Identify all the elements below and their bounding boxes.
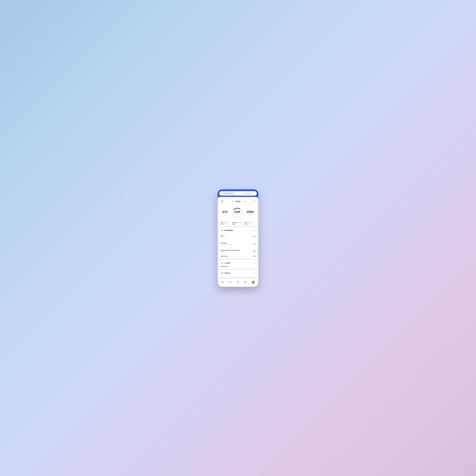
- breakfast-more-button[interactable]: •••: [253, 229, 255, 231]
- fat-label: fat (30/100g): [245, 222, 255, 223]
- food-item-avocado[interactable]: Avocado 1/2 medium avocado 130: [221, 241, 255, 247]
- meal-plans-icon: [242, 192, 244, 194]
- date-navigation: Today ⌄: [231, 200, 247, 203]
- log-food-label: Log Food: [227, 192, 233, 194]
- carb-label: carb (22/80g): [221, 222, 231, 223]
- date-label[interactable]: Today ⌄: [235, 200, 242, 203]
- date-dropdown-icon: ⌄: [241, 201, 242, 202]
- divider-2: [221, 240, 255, 240]
- tab-log-food[interactable]: Log Food: [219, 191, 238, 196]
- svg-rect-16: [231, 282, 231, 282]
- date-text-value: Today: [235, 200, 241, 203]
- dinner-more-button[interactable]: •••: [253, 272, 255, 274]
- avatar-icon: [252, 281, 255, 284]
- svg-rect-15: [230, 282, 231, 282]
- calorie-ring: 1528 left: [231, 207, 243, 219]
- tortilla-info: Whole Wheat Tortilla Wraps 1 tortilla: [221, 249, 240, 253]
- breakfast-total: 472: [253, 255, 255, 257]
- avocado-portion: 1/2 medium avocado: [221, 244, 232, 246]
- nav-nutrition[interactable]: [235, 280, 241, 284]
- tortilla-name: Whole Wheat Tortilla Wraps: [221, 249, 240, 251]
- fat-macro: fat (30/100g): [245, 222, 255, 224]
- divider-3: [221, 247, 255, 248]
- search-icon: [221, 229, 223, 231]
- lunch-add-food-button[interactable]: Add Food: [221, 265, 228, 267]
- breakfast-add-food-row: Add Food 472: [221, 254, 255, 257]
- main-content: Today ⌄ ••• 472: [218, 197, 258, 287]
- calorie-section: 472 eaten 1528 left: [221, 206, 255, 220]
- svg-rect-17: [231, 282, 231, 282]
- avocado-calories: 130: [253, 243, 255, 245]
- lunch-card: 🍛 Lunch ••• Add Food: [219, 260, 257, 269]
- phone-inner: Log Food Meal Plans: [218, 189, 258, 287]
- svg-point-0: [224, 193, 226, 194]
- meal-plans-label: Meal Plans: [245, 192, 252, 194]
- food-item-tortilla[interactable]: Whole Wheat Tortilla Wraps 1 tortilla 12…: [221, 248, 255, 254]
- lunch-header: 🍛 Lunch •••: [221, 261, 255, 265]
- chevron-left-icon: [232, 201, 233, 203]
- prev-date-button[interactable]: [231, 200, 234, 203]
- protein-bar-bg: [232, 224, 243, 224]
- protein-values: (25/140g): [237, 222, 243, 223]
- barbell-icon: [229, 281, 232, 283]
- tortilla-calories: 120: [253, 250, 255, 252]
- carb-macro: carb (22/80g): [221, 222, 231, 224]
- left-calories: 1528: [234, 210, 240, 213]
- dinner-title-row: 🍜 Dinner: [221, 272, 230, 275]
- breakfast-title: Breakfast: [225, 229, 233, 231]
- goal-label: goal: [247, 214, 254, 215]
- egg-calories: 222: [253, 236, 255, 237]
- protein-bar-fill: [232, 224, 234, 224]
- bottom-nav: [219, 279, 257, 287]
- protein-label: protein (25/140g): [232, 222, 243, 223]
- goal-stat: 2000 goal: [247, 210, 254, 215]
- breakfast-header: Breakfast •••: [221, 229, 255, 232]
- dinner-title: Dinner: [225, 272, 230, 274]
- macro-section: carb (22/80g) protein (25/140g): [221, 220, 255, 224]
- breakfast-add-food-button[interactable]: Add Food: [221, 255, 228, 257]
- tab-meal-plans[interactable]: Meal Plans: [238, 191, 257, 196]
- nav-profile[interactable]: [250, 280, 256, 284]
- egg-portion: 1 large x 3: [221, 237, 226, 238]
- phone-container: Log Food Meal Plans: [218, 189, 258, 287]
- eaten-label: eaten: [222, 214, 228, 215]
- food-item-egg[interactable]: Egg 1 large x 3 222: [221, 234, 255, 239]
- avocado-info: Avocado 1/2 medium avocado: [221, 242, 232, 246]
- nav-workout[interactable]: [227, 280, 233, 284]
- carb-bar-bg: [221, 224, 231, 224]
- svg-point-21: [253, 281, 254, 282]
- svg-line-12: [222, 231, 223, 231]
- svg-point-19: [245, 282, 246, 282]
- chevron-right-icon: [244, 201, 246, 203]
- notebook-button[interactable]: [221, 200, 224, 203]
- tab-bar-inner: Log Food Meal Plans: [219, 191, 257, 196]
- svg-rect-2: [221, 200, 223, 202]
- lunch-title-row: 🍛 Lunch: [221, 261, 230, 265]
- dinner-icon: 🍜: [221, 272, 224, 275]
- breakfast-title-row: Breakfast: [221, 229, 233, 232]
- dinner-card: 🍜 Dinner •••: [219, 270, 257, 277]
- avocado-icon: [244, 281, 247, 283]
- lunch-add-food-row: Add Food: [221, 265, 255, 267]
- next-date-button[interactable]: [243, 200, 247, 203]
- more-options-button[interactable]: •••: [253, 200, 255, 203]
- egg-name: Egg: [221, 235, 226, 237]
- protein-macro: protein (25/140g): [232, 222, 243, 224]
- nutrition-header: Today ⌄ •••: [221, 200, 255, 204]
- breakfast-icon: [221, 229, 224, 232]
- avocado-name: Avocado: [221, 242, 232, 244]
- tortilla-portion: 1 tortilla: [221, 251, 240, 253]
- nav-avocado[interactable]: [242, 280, 248, 284]
- carb-bar-fill: [221, 224, 223, 224]
- lunch-more-button[interactable]: •••: [253, 262, 255, 264]
- fat-values: (30/100g): [247, 222, 252, 223]
- lunch-icon: 🍛: [221, 261, 224, 265]
- fat-bar-bg: [245, 224, 255, 224]
- egg-info: Egg 1 large x 3: [221, 235, 226, 238]
- leaf-icon: [236, 281, 239, 283]
- nav-home[interactable]: [220, 280, 226, 284]
- svg-rect-13: [229, 282, 229, 282]
- goal-number: 2000: [247, 210, 254, 214]
- breakfast-card: Breakfast ••• Egg 1 large x 3 222 A: [219, 227, 257, 259]
- eaten-stat: 472 eaten: [222, 210, 228, 215]
